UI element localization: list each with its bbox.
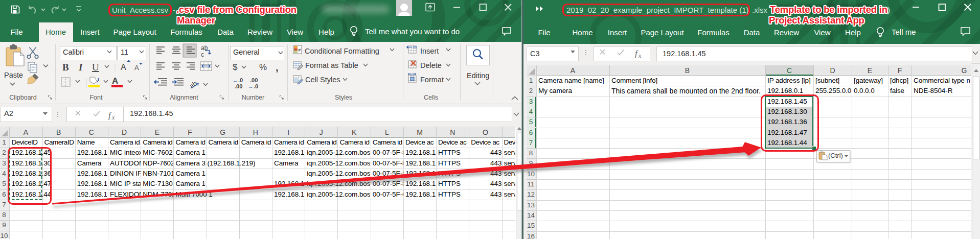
svg-text:.csv file from Configuration: .csv file from Configuration xyxy=(176,4,297,15)
svg-text:Manager: Manager xyxy=(177,15,215,26)
svg-text:Project Assistant App: Project Assistant App xyxy=(769,15,864,26)
svg-text:Template to be imported in: Template to be imported in xyxy=(770,4,887,15)
